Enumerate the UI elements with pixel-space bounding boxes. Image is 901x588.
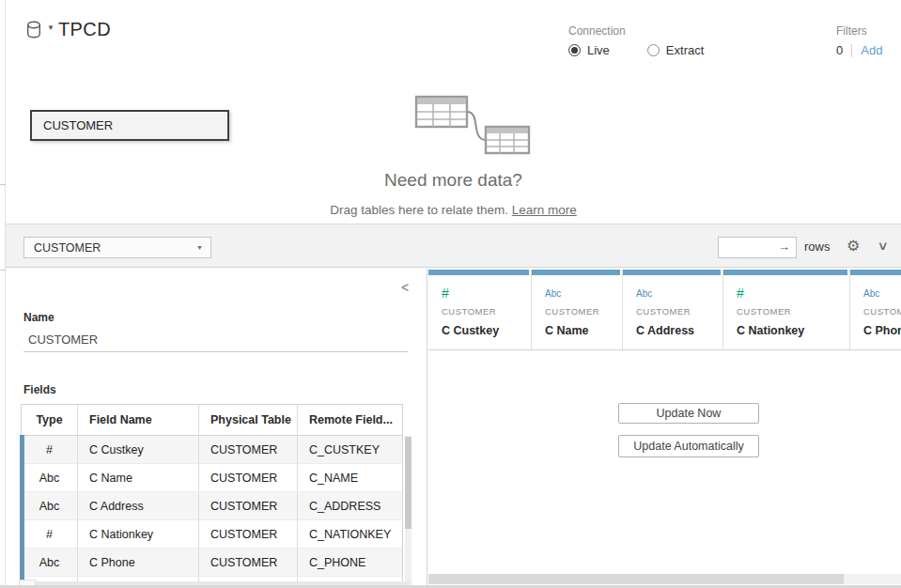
filters-count: 0 [836,43,843,57]
grid-column-header[interactable]: AbcCUSTOMERC Phone [850,270,901,349]
radio-selected-icon [568,44,581,56]
column-field-label: C Custkey [442,324,531,337]
remote-field-cell: C_NAME [298,464,402,491]
empty-state-subtitle: Drag tables here to relate them. Learn m… [6,203,901,217]
grid-column-header[interactable]: AbcCUSTOMERC Name [532,270,623,349]
caret-down-icon: ▼ [196,244,203,251]
column-field-label: C Address [636,324,722,337]
physical-table-cell: CUSTOMER [199,492,298,519]
column-header-remote-field[interactable]: Remote Field... [298,405,402,435]
remote-field-cell: C_CUSTKEY [298,436,402,463]
physical-table-cell: CUSTOMER [199,464,298,491]
field-name-cell: C Name [78,464,199,491]
fields-table-row[interactable]: AbcC NameCUSTOMERC_NAME [22,464,402,492]
radio-extract-label: Extract [666,43,704,57]
update-now-button[interactable]: Update Now [618,403,759,424]
field-type-icon: Abc [22,549,78,576]
data-preview-grid: #CUSTOMERC CustkeyAbcCUSTOMERC NameAbcCU… [428,268,901,588]
fields-table: Type Field Name Physical Table Remote Fi… [21,404,403,588]
gear-icon[interactable]: ⚙ [847,237,860,255]
radio-extract[interactable]: Extract [647,43,704,57]
field-name-cell: C Custkey [78,436,199,463]
field-name-cell: C Address [78,492,199,519]
header: ▼ TPCD Connection Live Extract Filters 0 [6,0,901,75]
fields-label: Fields [23,383,56,396]
divider [23,351,408,352]
chevron-down-icon[interactable]: ∨ [878,239,889,253]
field-name-cell: C Nationkey [78,520,199,548]
field-name-cell: C Phone [78,549,199,576]
grid-column-header[interactable]: #CUSTOMERC Nationkey [723,270,850,349]
radio-live[interactable]: Live [568,43,610,57]
column-accent-strip [623,270,721,275]
column-type-icon: Abc [636,286,722,302]
remote-field-cell: C_NATIONKEY [298,520,402,548]
divider [851,44,852,57]
column-type-icon: # [737,286,849,302]
radio-live-label: Live [587,43,610,57]
caret-down-icon: ▼ [47,23,54,32]
table-details-panel: < Name CUSTOMER Fields Type Field Name P… [6,268,427,588]
column-field-label: C Phone [863,324,901,337]
field-type-icon: # [22,520,78,548]
filters-label: Filters [836,24,882,38]
scrollbar-thumb[interactable] [428,574,844,584]
column-table-label: CUSTOMER [442,306,531,317]
column-accent-strip [850,270,901,275]
update-automatically-button[interactable]: Update Automatically [618,435,759,457]
fields-table-row[interactable]: #C CustkeyCUSTOMERC_CUSTKEY [22,436,402,464]
rows-count-input[interactable] [718,237,797,258]
fields-table-body: #C CustkeyCUSTOMERC_CUSTKEYAbcC NameCUST… [22,436,402,588]
fields-table-row[interactable]: #C NationkeyCUSTOMERC_NATIONKEY [22,520,402,549]
fields-vertical-scrollbar[interactable] [405,436,412,588]
column-table-label: CUSTOMER [737,306,849,317]
column-accent-strip [428,270,529,275]
learn-more-link[interactable]: Learn more [512,203,577,217]
table-selector-value: CUSTOMER [34,241,101,255]
column-field-label: C Name [545,324,622,337]
tables-illustration-icon [398,86,532,156]
radio-unselected-icon [647,44,660,56]
column-table-label: CUSTOMER [636,306,722,317]
column-table-label: CUSTOMER [863,306,901,317]
database-icon [26,21,42,40]
column-type-icon: # [442,286,531,302]
tableau-datasource-page: ▼ TPCD Connection Live Extract Filters 0 [0,0,901,588]
datasource-menu[interactable]: ▼ [26,21,54,40]
field-type-icon: # [22,436,78,463]
column-type-icon: Abc [545,286,622,302]
remote-field-cell: C_ADDRESS [298,492,402,519]
column-accent-strip [723,270,847,275]
table-selector-dropdown[interactable]: CUSTOMER ▼ [23,237,211,258]
data-grid-header: #CUSTOMERC CustkeyAbcCUSTOMERC NameAbcCU… [428,270,901,350]
fields-table-row[interactable]: AbcC AddressCUSTOMERC_ADDRESS [22,492,402,520]
table-name-field[interactable]: CUSTOMER [28,333,98,347]
column-header-field-name[interactable]: Field Name [78,405,199,435]
remote-field-cell: C_PHONE [298,549,402,576]
column-table-label: CUSTOMER [545,306,622,317]
grid-horizontal-scrollbar[interactable] [428,574,901,584]
table-toolbar: CUSTOMER ▼ → rows ⚙ ∨ [6,224,901,268]
scrollbar-thumb[interactable] [405,437,412,529]
column-accent-strip [532,270,620,275]
fields-table-header: Type Field Name Physical Table Remote Fi… [22,405,402,436]
column-header-type[interactable]: Type [22,405,78,435]
collapse-panel-icon[interactable]: < [401,280,409,295]
fields-table-row[interactable]: AbcC PhoneCUSTOMERC_PHONE [22,549,402,577]
row-accent-bar [20,435,24,588]
add-filter-link[interactable]: Add [861,43,882,57]
connection-label: Connection [568,24,704,38]
physical-table-cell: CUSTOMER [199,436,298,463]
physical-table-cell: CUSTOMER [199,520,298,548]
rows-label: rows [804,240,830,254]
logical-table-pill[interactable]: CUSTOMER [30,110,229,141]
relationship-canvas: CUSTOMER Need more data? Drag tables her… [6,75,901,224]
field-type-icon: Abc [22,492,78,519]
name-label: Name [23,311,54,324]
grid-column-header[interactable]: #CUSTOMERC Custkey [428,270,532,349]
datasource-title[interactable]: TPCD [58,19,111,40]
connection-group: Connection Live Extract [568,24,704,57]
grid-column-header[interactable]: AbcCUSTOMERC Address [623,270,723,349]
column-header-physical-table[interactable]: Physical Table [199,405,298,435]
empty-state-title: Need more data? [6,170,901,191]
